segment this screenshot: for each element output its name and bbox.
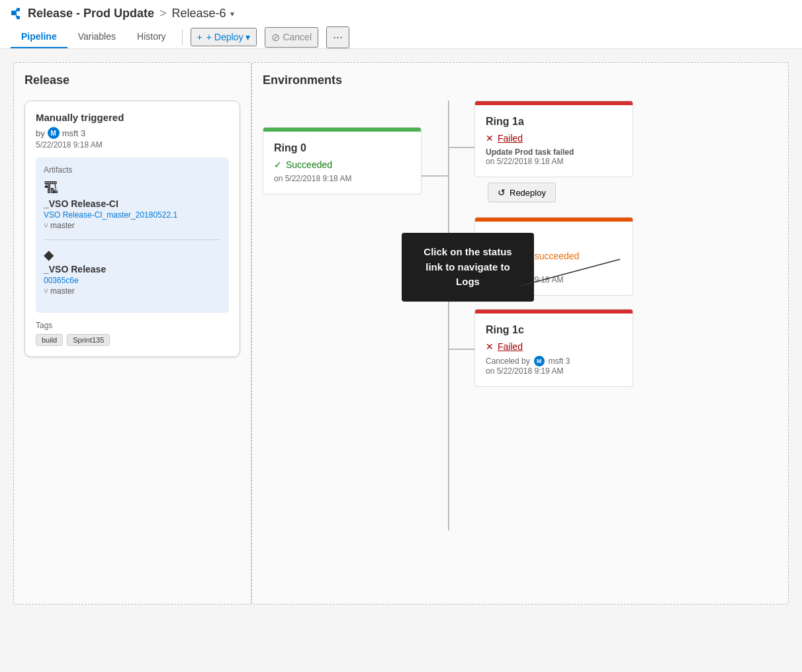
ring0-date: on 5/22/2018 9:18 AM (274, 174, 410, 183)
tag-sprint: Sprint135 (67, 334, 110, 346)
nav-separator (182, 29, 183, 45)
connector-h1c (448, 349, 474, 350)
svg-rect-1 (17, 8, 20, 11)
artifact-git-icon: ◆ (44, 247, 221, 263)
artifact-version-2[interactable]: 00365c6e (44, 276, 221, 285)
artifact-name-2: _VSO Release (44, 264, 221, 274)
artifact-item-2: ◆ _VSO Release 00365c6e ⑂ master (44, 247, 221, 296)
user-name: msft 3 (62, 128, 85, 138)
connector-h1a (448, 147, 474, 148)
breadcrumb: Release - Prod Update > Release-6 ▾ (11, 7, 791, 26)
canceled-by-name: msft 3 (549, 357, 570, 366)
ring0-name: Ring 0 (274, 142, 410, 154)
svg-rect-0 (11, 11, 16, 15)
release-date: 5/22/2018 9:18 AM (36, 140, 229, 149)
cancel-user-avatar: M (534, 356, 545, 366)
release-dropdown-icon[interactable]: ▾ (230, 9, 234, 19)
branch-name-1: master (50, 221, 75, 230)
cancel-label: Cancel (283, 32, 312, 42)
cancel-circle-icon: ⊘ (271, 31, 280, 44)
top-header: Release - Prod Update > Release-6 ▾ Pipe… (0, 0, 802, 49)
ring1c-canceled-row: Canceled by M msft 3 (486, 356, 622, 366)
svg-rect-2 (17, 16, 20, 19)
environments-panel: Environments Ring 0 ✓ Succeeded o (251, 62, 789, 605)
breadcrumb-separator: > (159, 7, 167, 21)
redeploy-icon: ↺ (498, 187, 506, 198)
more-actions-button[interactable]: ··· (326, 26, 349, 48)
ring1a-name: Ring 1a (486, 116, 622, 128)
environments-wrapper: Ring 0 ✓ Succeeded on 5/22/2018 9:18 AM (263, 101, 778, 387)
release-by-row: by M msft 3 (36, 127, 229, 139)
artifact-version-1[interactable]: VSO Release-CI_master_20180522.1 (44, 210, 221, 220)
artifact-item: 🏗 _VSO Release-CI VSO Release-CI_master_… (44, 180, 221, 230)
release-section-title: Release (24, 73, 240, 87)
nav-tabs: Pipeline Variables History (11, 26, 177, 48)
release-name[interactable]: Release-6 (172, 7, 226, 21)
tag-build: build (36, 334, 63, 346)
artifact-branch-1: ⑂ master (44, 221, 221, 230)
env-card-ring1a: Ring 1a ✕ Failed Update Prod task failed… (474, 101, 633, 177)
ring1a-x-icon: ✕ (486, 133, 494, 144)
artifact-name-1: _VSO Release-CI (44, 198, 221, 209)
ring0-status-text: Succeeded (286, 159, 332, 170)
ring1a-body: Ring 1a ✕ Failed Update Prod task failed… (475, 105, 633, 177)
artifact-divider (44, 239, 221, 240)
svg-line-3 (16, 9, 17, 13)
branch-icon-2: ⑂ (44, 287, 48, 295)
canceled-label: Canceled by (486, 357, 530, 366)
tab-variables[interactable]: Variables (67, 26, 126, 48)
branch-name-2: master (50, 286, 75, 296)
tooltip-arrow-svg (514, 273, 660, 352)
connector-v (448, 101, 449, 530)
ring1a-branch: Ring 1a ✕ Failed Update Prod task failed… (448, 101, 633, 210)
ring0-status: ✓ Succeeded (274, 159, 410, 170)
toolbar-actions: + + Deploy ▾ ⊘ Cancel ··· (191, 26, 349, 48)
tags-row: build Sprint135 (36, 334, 229, 346)
ring1a-date: on 5/22/2018 9:18 AM (486, 157, 622, 166)
by-label: by (36, 128, 45, 138)
ring1c-date: on 5/22/2018 9:19 AM (486, 366, 622, 376)
release-card: Manually triggered by M msft 3 5/22/2018… (24, 101, 240, 357)
cancel-button[interactable]: ⊘ Cancel (265, 27, 318, 48)
release-panel: Release Manually triggered by M msft 3 5… (13, 62, 251, 605)
ring1a-status-text[interactable]: Failed (498, 133, 523, 144)
ring0-body: Ring 0 ✓ Succeeded on 5/22/2018 9:18 AM (263, 132, 421, 194)
release-trigger: Manually triggered (36, 112, 229, 123)
artifact-branch-2: ⑂ master (44, 286, 221, 296)
artifacts-section: Artifacts 🏗 _VSO Release-CI VSO Release-… (36, 157, 229, 313)
ring0-container: Ring 0 ✓ Succeeded on 5/22/2018 9:18 AM (263, 127, 422, 194)
deploy-label: + Deploy (206, 32, 244, 42)
connector-h1 (422, 175, 448, 177)
deploy-chevron-icon: ▾ (245, 32, 250, 42)
deploy-plus-icon: + (197, 32, 202, 42)
environments-section-title: Environments (263, 73, 778, 87)
tags-label: Tags (36, 321, 229, 330)
user-avatar: M (48, 127, 60, 139)
artifacts-label: Artifacts (44, 165, 221, 175)
redeploy-button[interactable]: ↺ Redeploy (488, 183, 556, 202)
ring1a-task-info: Update Prod task failed (486, 147, 622, 157)
env-card-ring0: Ring 0 ✓ Succeeded on 5/22/2018 9:18 AM (263, 127, 422, 194)
svg-line-4 (16, 13, 17, 17)
main-content: Release Manually triggered by M msft 3 5… (0, 49, 802, 618)
deploy-button[interactable]: + + Deploy ▾ (191, 28, 257, 46)
tooltip-text: Click on the status link to navigate to … (423, 246, 512, 287)
ring1a-status: ✕ Failed (486, 133, 622, 144)
tab-history[interactable]: History (126, 26, 177, 48)
tab-pipeline[interactable]: Pipeline (11, 26, 67, 48)
artifact-build-icon: 🏗 (44, 180, 221, 197)
redeploy-wrapper: ↺ Redeploy (480, 183, 633, 202)
tooltip-container: Click on the status link to navigate to … (402, 233, 534, 302)
pipeline-title[interactable]: Release - Prod Update (28, 7, 154, 21)
branch-icon-1: ⑂ (44, 222, 48, 230)
ring0-check-icon: ✓ (274, 159, 282, 170)
ring1c-x-icon: ✕ (486, 341, 494, 352)
tags-section: Tags build Sprint135 (36, 321, 229, 346)
ring1a-card-wrapper: Ring 1a ✕ Failed Update Prod task failed… (474, 101, 633, 210)
release-pipeline-icon (11, 7, 24, 21)
redeploy-label: Redeploy (510, 188, 546, 198)
